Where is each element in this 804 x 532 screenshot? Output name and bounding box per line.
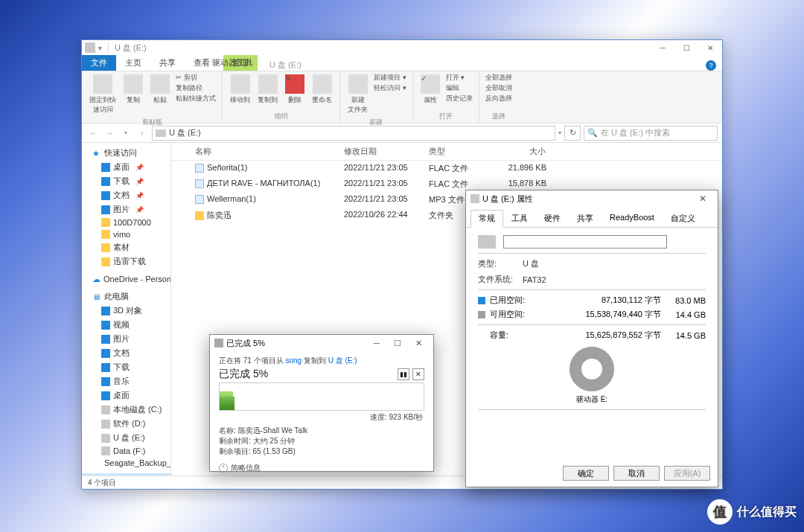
- history-button[interactable]: 历史记录: [446, 94, 473, 103]
- prop-cancel-button[interactable]: 取消: [613, 466, 660, 481]
- nav-pc-item[interactable]: 文档: [82, 346, 170, 360]
- paste-shortcut-button[interactable]: 粘贴快捷方式: [176, 94, 216, 103]
- nav-pc-item[interactable]: 3D 对象: [82, 304, 170, 318]
- copy-src-link[interactable]: song: [285, 356, 302, 365]
- prop-close-button[interactable]: ✕: [692, 193, 713, 204]
- prop-ok-button[interactable]: 确定: [563, 466, 609, 481]
- file-row[interactable]: Señorita(1)2022/11/21 23:05FLAC 文件21,896…: [171, 161, 722, 176]
- nav-pc-item[interactable]: Data (F:): [82, 445, 170, 457]
- newitem-button[interactable]: 新建项目 ▾: [374, 73, 406, 83]
- prop-fs-value: FAT32: [523, 275, 706, 284]
- nav-quick-item[interactable]: vimo: [82, 228, 170, 240]
- address-dropdown[interactable]: ▾: [558, 129, 561, 136]
- open-button[interactable]: 打开 ▾: [446, 73, 473, 83]
- copy-detail-remain: 剩余项目: 65 (1.53 GB): [219, 446, 424, 457]
- maximize-button[interactable]: ☐: [674, 40, 698, 55]
- nav-quick-item[interactable]: 桌面📌: [82, 160, 170, 174]
- col-size[interactable]: 大小: [485, 143, 552, 160]
- tab-drive-tools[interactable]: 驱动器工具: [206, 55, 259, 71]
- prop-tab-sharing[interactable]: 共享: [569, 210, 602, 227]
- forward-button[interactable]: →: [103, 126, 116, 140]
- moveto-button[interactable]: 移动到: [229, 73, 252, 106]
- copyto-button[interactable]: 复制到: [256, 73, 279, 106]
- copy-pause-button[interactable]: ▮▮: [398, 368, 409, 380]
- qat-dropdown[interactable]: ▾: [98, 44, 102, 52]
- delete-button[interactable]: ✕删除: [284, 73, 306, 106]
- recent-dropdown[interactable]: ▾: [119, 126, 133, 140]
- prop-tab-readyboost[interactable]: ReadyBoost: [602, 210, 663, 227]
- prop-tabs: 常规 工具 硬件 共享 ReadyBoost 自定义: [466, 210, 718, 228]
- watermark: 值 什么值得买: [707, 499, 797, 525]
- nav-quick-item[interactable]: 文档📌: [82, 188, 170, 202]
- refresh-button[interactable]: ↻: [564, 126, 581, 141]
- prop-label-input[interactable]: [503, 235, 667, 249]
- up-button[interactable]: ↑: [135, 126, 149, 140]
- minimize-button[interactable]: ─: [651, 40, 674, 55]
- ribbon-tabs: 文件 主页 共享 查看 管理 U 盘 (E:) ?: [82, 55, 722, 71]
- paste-button[interactable]: 粘贴: [149, 73, 171, 106]
- nav-pc-item[interactable]: 下载: [82, 360, 170, 374]
- nav-pc-item[interactable]: 视频: [82, 318, 170, 332]
- prop-tab-hardware[interactable]: 硬件: [536, 210, 569, 227]
- copy-close-button[interactable]: ✕: [408, 339, 429, 348]
- copy-max-button[interactable]: ☐: [387, 339, 408, 348]
- cut-button[interactable]: ✂ 剪切: [176, 73, 216, 83]
- col-name[interactable]: 名称: [189, 143, 338, 160]
- prop-cap-human: 14.5 GB: [669, 331, 706, 340]
- nav-pc-item[interactable]: 桌面: [82, 388, 170, 403]
- nav-pc-item[interactable]: 本地磁盘 (C:): [82, 403, 170, 417]
- nav-thispc[interactable]: 🖥此电脑: [82, 289, 170, 304]
- nav-onedrive[interactable]: ☁OneDrive - Persona: [82, 273, 170, 285]
- newfolder-button[interactable]: 新建 文件夹: [346, 73, 369, 116]
- tab-home[interactable]: 主页: [116, 55, 150, 71]
- address-input[interactable]: U 盘 (E:): [152, 126, 555, 141]
- prop-icon: [470, 194, 479, 203]
- prop-type-value: U 盘: [523, 258, 706, 269]
- nav-pc-item[interactable]: 音乐: [82, 374, 170, 388]
- prop-tab-tools[interactable]: 工具: [503, 210, 536, 227]
- copy-button[interactable]: 复制: [122, 73, 144, 106]
- prop-tab-custom[interactable]: 自定义: [663, 210, 704, 227]
- selectall-button[interactable]: 全部选择: [485, 73, 512, 83]
- prop-apply-button[interactable]: 应用(A): [664, 466, 710, 481]
- copypath-button[interactable]: 复制路径: [176, 83, 216, 93]
- copy-min-button[interactable]: ─: [366, 339, 387, 347]
- nav-pc-item[interactable]: 图片: [82, 332, 170, 346]
- prop-cap-label: 容量:: [490, 330, 532, 341]
- nav-quick-item[interactable]: 图片📌: [82, 202, 170, 217]
- col-type[interactable]: 类型: [423, 143, 485, 160]
- copy-cancel-button[interactable]: ✕: [412, 368, 424, 380]
- back-button[interactable]: ←: [86, 126, 100, 140]
- nav-pane[interactable]: ★快速访问 桌面📌下载📌文档📌图片📌100D7000vimo素材迅雷下载 ☁On…: [82, 143, 171, 475]
- nav-pc-item[interactable]: Seagate_Backup_P: [82, 457, 170, 469]
- copy-detail-name: 名称: 陈奕迅-Shall We Talk: [219, 426, 424, 436]
- nav-quick-item[interactable]: 迅雷下载: [82, 254, 170, 269]
- tab-file[interactable]: 文件: [82, 55, 116, 71]
- copy-less-details[interactable]: ˄简略信息: [219, 463, 424, 473]
- watermark-badge: 值: [707, 499, 733, 525]
- help-icon[interactable]: ?: [706, 60, 716, 71]
- rename-button[interactable]: 重命名: [310, 73, 334, 106]
- search-input[interactable]: 🔍在 U 盘 (E:) 中搜索: [584, 126, 718, 141]
- pin-button[interactable]: 固定到快 速访问: [88, 73, 118, 116]
- nav-udrive[interactable]: U 盘 (E:): [82, 473, 170, 475]
- nav-quick-access[interactable]: ★快速访问: [82, 146, 170, 160]
- easyaccess-button[interactable]: 轻松访问 ▾: [374, 83, 406, 93]
- address-path: U 盘 (E:): [169, 127, 201, 138]
- nav-quick-item[interactable]: 100D7000: [82, 217, 170, 228]
- copy-dst-link[interactable]: U 盘 (E:): [328, 356, 357, 365]
- tab-share[interactable]: 共享: [150, 55, 185, 71]
- close-button[interactable]: ✕: [698, 40, 722, 55]
- prop-tab-general[interactable]: 常规: [470, 210, 503, 228]
- nav-pc-item[interactable]: U 盘 (E:): [82, 431, 170, 445]
- nav-quick-item[interactable]: 素材: [82, 240, 170, 254]
- col-date[interactable]: 修改日期: [338, 143, 423, 160]
- nav-quick-item[interactable]: 下载📌: [82, 174, 170, 188]
- group-organize: 组织: [229, 112, 334, 121]
- prop-free-label: 可用空间:: [490, 309, 532, 320]
- nav-pc-item[interactable]: 软件 (D:): [82, 417, 170, 431]
- properties-button[interactable]: ✓属性: [419, 73, 441, 106]
- edit-button[interactable]: 编辑: [446, 83, 473, 93]
- selectnone-button[interactable]: 全部取消: [485, 83, 512, 93]
- invertsel-button[interactable]: 反向选择: [485, 94, 512, 103]
